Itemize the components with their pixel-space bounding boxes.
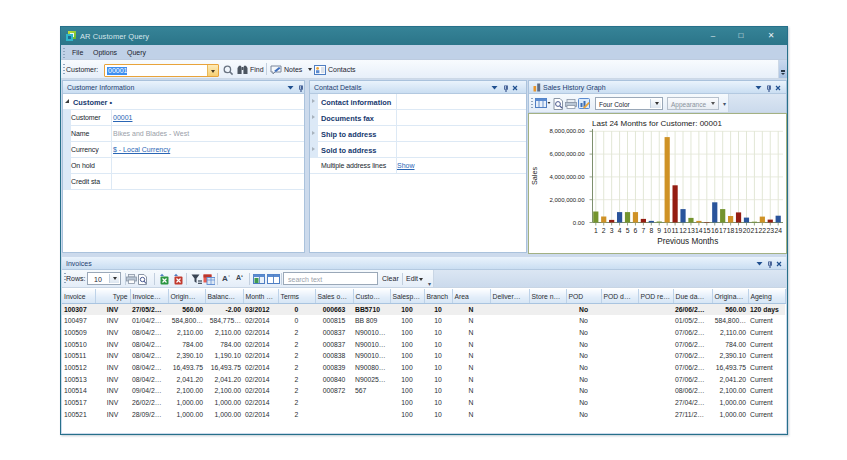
svg-text:6: 6 <box>634 227 638 234</box>
svg-text:8: 8 <box>649 227 653 234</box>
svg-text:20: 20 <box>743 227 751 234</box>
svg-text:17: 17 <box>719 227 727 234</box>
svg-text:5: 5 <box>626 227 630 234</box>
svg-text:Previous Months: Previous Months <box>657 237 718 246</box>
svg-text:9: 9 <box>657 227 661 234</box>
svg-text:13: 13 <box>687 227 695 234</box>
svg-text:0.00: 0.00 <box>573 220 585 226</box>
svg-text:11: 11 <box>672 227 679 234</box>
svg-text:12: 12 <box>679 227 687 234</box>
svg-text:2: 2 <box>602 227 606 234</box>
svg-text:19: 19 <box>735 227 743 234</box>
svg-text:1: 1 <box>594 227 598 234</box>
svg-text:18: 18 <box>727 227 735 234</box>
svg-text:7: 7 <box>641 227 645 234</box>
svg-text:4: 4 <box>618 227 622 234</box>
svg-text:24: 24 <box>774 227 782 234</box>
svg-text:16: 16 <box>711 227 719 234</box>
svg-text:8,000,000.00: 8,000,000.00 <box>549 128 585 134</box>
svg-text:4,000,000.00: 4,000,000.00 <box>549 174 585 180</box>
svg-text:Sales: Sales <box>530 167 539 185</box>
svg-text:10: 10 <box>663 227 671 234</box>
svg-text:Last 24 Months for Customer: 0: Last 24 Months for Customer: 00001 <box>592 119 722 128</box>
svg-text:15: 15 <box>703 227 711 234</box>
svg-text:14: 14 <box>695 227 703 234</box>
svg-text:6,000,000.00: 6,000,000.00 <box>549 151 585 157</box>
svg-text:23: 23 <box>766 227 774 234</box>
svg-text:22: 22 <box>759 227 767 234</box>
svg-text:3: 3 <box>610 227 614 234</box>
svg-text:2,000,000.00: 2,000,000.00 <box>549 197 585 203</box>
svg-text:21: 21 <box>751 227 759 234</box>
